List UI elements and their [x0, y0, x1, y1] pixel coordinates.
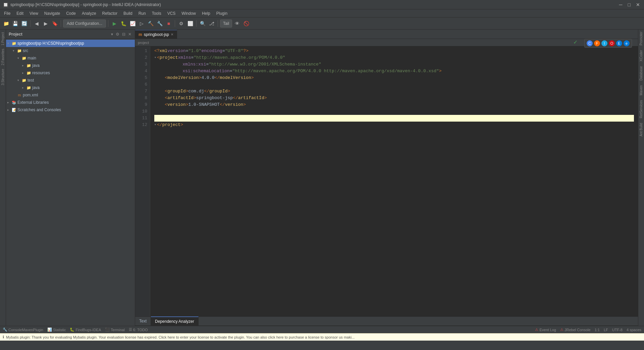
menu-analyze[interactable]: Analyze — [79, 10, 99, 16]
panel-close-icon[interactable]: ✕ — [127, 31, 132, 37]
add-configuration-button[interactable]: Add Configuration... — [63, 19, 106, 28]
tab-text[interactable]: Text — [135, 316, 151, 326]
close-button[interactable]: ✕ — [635, 2, 641, 7]
strip-structure[interactable]: 3:Structure — [0, 68, 5, 87]
toolbar-run-icon[interactable]: ▶ — [110, 19, 118, 28]
tree-item-scratches[interactable]: ▸ 📝 Scratches and Consoles — [6, 106, 135, 114]
tab-springboot-jsp[interactable]: m springboot-jsp ✕ — [135, 30, 177, 39]
checkmark-icon: ✓ — [573, 39, 578, 45]
project-panel: Project ▾ ⚙ ⊟ ✕ ▾ 📁 springbootjsp H:\CSD… — [6, 30, 135, 326]
status-statistic[interactable]: 📊 Statistic — [47, 327, 66, 332]
menu-build[interactable]: Build — [121, 10, 135, 16]
menu-file[interactable]: File — [1, 10, 13, 16]
menu-help[interactable]: Help — [199, 10, 213, 16]
right-tool-database[interactable]: Database — [639, 64, 644, 83]
toolbar-stop-icon[interactable]: ■ — [165, 19, 173, 28]
main-folder-icon: 📁 — [22, 56, 26, 60]
menu-run[interactable]: Run — [136, 10, 149, 16]
code-area[interactable]: <?xml version="1.0" encoding="UTF-8"?> ▾… — [150, 46, 638, 316]
menu-vcs[interactable]: VCS — [165, 10, 178, 16]
toolbar-sep3 — [108, 20, 108, 27]
encoding: UTF-8 — [612, 328, 623, 332]
toolbar-no-icon[interactable]: 🚫 — [242, 19, 250, 28]
minimize-button[interactable]: ─ — [618, 2, 624, 7]
status-findbugs[interactable]: 🐛 FindBugs-IDEA — [70, 327, 101, 332]
fold-icon-12[interactable]: ▾ — [154, 122, 156, 128]
menu-window[interactable]: Window — [179, 10, 199, 16]
edge2-icon[interactable]: e — [624, 40, 630, 46]
toolbar-project-icon[interactable]: 📁 — [2, 19, 10, 28]
menu-navigate[interactable]: Navigate — [42, 10, 63, 16]
java-test-folder-icon: 📁 — [26, 86, 31, 90]
status-todo[interactable]: ☰ 6: TODO — [129, 327, 148, 332]
code-line-11 — [154, 115, 634, 122]
tree-item-test[interactable]: ▾ 📁 test — [6, 77, 135, 84]
toolbar-coverage-icon[interactable]: 📈 — [128, 19, 137, 28]
tree-item-src[interactable]: ▾ 📁 src — [6, 47, 135, 54]
tab-label: springboot-jsp — [144, 32, 169, 37]
caret-icon: ▸ — [7, 101, 11, 104]
panel-gear-icon[interactable]: ⚙ — [115, 31, 120, 37]
status-event-log[interactable]: ⚠ Event Log — [535, 327, 556, 332]
toolbar-debug-icon[interactable]: 🐛 — [119, 19, 127, 28]
edge-icon[interactable]: E — [616, 40, 622, 46]
line-num-3: 3 — [135, 61, 147, 68]
tree-item-main[interactable]: ▾ 📁 main — [6, 54, 135, 62]
status-console-maven[interactable]: 🔧 ConsoleMavenPlugin — [3, 327, 43, 332]
menu-tools[interactable]: Tools — [149, 10, 164, 16]
status-jrebel[interactable]: ⚠ JRebel Console — [560, 327, 591, 332]
tree-item-resources[interactable]: ▸ 📁 resources — [6, 69, 135, 77]
toolbar-watch-icon[interactable]: 👁 — [233, 19, 241, 28]
fold-icon-2[interactable]: ▾ — [154, 54, 156, 61]
right-tool-ant-build[interactable]: Ant Build — [639, 121, 644, 138]
tail-button[interactable]: Tail — [220, 19, 232, 28]
tree-item-label: Scratches and Consoles — [17, 107, 61, 112]
menu-edit[interactable]: Edit — [14, 10, 26, 16]
toolbar-forward-icon[interactable]: ▶ — [42, 19, 50, 28]
toolbar: 📁 💾 🔄 ◀ ▶ 🔖 Add Configuration... ▶ 🐛 📈 ▷… — [0, 17, 644, 30]
tree-item-springbootjsp[interactable]: ▾ 📁 springbootjsp H:\CSDN\springbootjsp — [6, 40, 135, 47]
panel-settings-icon[interactable]: ⊟ — [121, 31, 126, 37]
editor-content[interactable]: 1 2 3 4 5 6 7 8 9 10 11 12 <?xml version… — [135, 46, 638, 316]
event-log-label: Event Log — [539, 328, 556, 332]
tree-item-java-main[interactable]: ▸ 📁 java — [6, 62, 135, 69]
panel-dropdown-icon[interactable]: ▾ — [110, 31, 114, 37]
tree-item-pom-xml[interactable]: ▸ m pom.xml — [6, 91, 135, 99]
chrome-icon[interactable]: C — [587, 40, 593, 46]
ie-icon[interactable]: I — [601, 40, 607, 46]
maximize-button[interactable]: □ — [627, 2, 632, 7]
code-line-7: <groupId>com.dj</groupId> — [154, 88, 634, 95]
strip-project[interactable]: 1:Project — [0, 31, 5, 47]
menu-code[interactable]: Code — [63, 10, 78, 16]
menu-view[interactable]: View — [27, 10, 41, 16]
left-strip: 1:Project 2:Favorites 3:Structure — [0, 30, 6, 326]
status-terminal[interactable]: ⬛ Terminal — [105, 327, 125, 332]
right-tool-xcoder[interactable]: XCoder — [639, 48, 644, 63]
toolbar-build-icon[interactable]: 🔨 — [147, 19, 155, 28]
toolbar-sync-icon[interactable]: 🔄 — [20, 19, 28, 28]
right-tool-retservices[interactable]: RetServices — [639, 98, 644, 120]
tab-close[interactable]: ✕ — [171, 33, 173, 36]
toolbar-tools-icon[interactable]: ⚙ — [177, 19, 185, 28]
line-num-10: 10 — [135, 108, 147, 115]
right-tool-promoter[interactable]: Promoter — [639, 30, 644, 47]
notification-bar[interactable]: ℹ Mybatis plugin: Thank you for evaluati… — [0, 333, 644, 341]
toolbar-search-icon[interactable]: 🔍 — [199, 19, 207, 28]
menu-refactor[interactable]: Refactor — [100, 10, 120, 16]
tree-item-ext-libs[interactable]: ▸ 📚 External Libraries — [6, 99, 135, 106]
toolbar-frame-icon[interactable]: ⬜ — [186, 19, 194, 28]
tree-item-java-test[interactable]: ▸ 📁 java — [6, 84, 135, 91]
tab-dependency-analyzer[interactable]: Dependency Analyzer — [151, 316, 199, 326]
strip-favorites[interactable]: 2:Favorites — [0, 47, 5, 67]
toolbar-navigate-icon[interactable]: 🔖 — [51, 19, 59, 28]
toolbar-run2-icon[interactable]: ▷ — [138, 19, 146, 28]
menu-plugin[interactable]: Plugin — [214, 10, 230, 16]
firefox-icon[interactable]: F — [594, 40, 600, 46]
main-layout: 1:Project 2:Favorites 3:Structure Projec… — [0, 30, 644, 326]
toolbar-vcs-icon[interactable]: ⎇ — [208, 19, 216, 28]
toolbar-rebuild-icon[interactable]: 🔧 — [156, 19, 164, 28]
right-tool-maven[interactable]: Maven — [639, 83, 644, 97]
toolbar-back-icon[interactable]: ◀ — [33, 19, 41, 28]
toolbar-save-icon[interactable]: 💾 — [11, 19, 19, 28]
opera-icon[interactable]: O — [609, 40, 615, 46]
